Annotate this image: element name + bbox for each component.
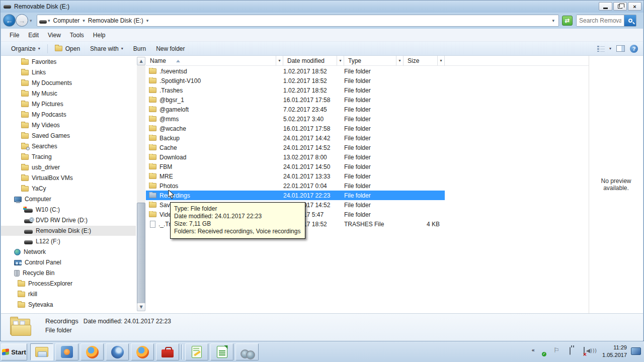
sidebar-item-sytevaka[interactable]: Sytevaka bbox=[1, 300, 136, 310]
taskbar-button-spheres-app[interactable] bbox=[235, 343, 259, 360]
column-header-type[interactable]: Type▾ bbox=[344, 56, 404, 66]
sidebar-item-links[interactable]: Links bbox=[1, 67, 136, 77]
close-button[interactable]: × bbox=[628, 2, 641, 11]
column-header-date-modified[interactable]: Date modified▾ bbox=[283, 56, 344, 66]
column-filter-dropdown[interactable]: ▾ bbox=[276, 56, 283, 65]
sidebar-item-computer[interactable]: Computer bbox=[1, 194, 136, 204]
taskbar-button-toolbox-app[interactable] bbox=[156, 343, 179, 360]
table-row[interactable]: .fseventsd1.02.2017 18:52File folder bbox=[146, 66, 445, 76]
sidebar-item-processexplorer[interactable]: ProcessExplorer bbox=[1, 279, 136, 289]
title-bar[interactable]: Removable Disk (E:) × bbox=[1, 1, 643, 13]
sidebar-item-my-documents[interactable]: My Documents bbox=[1, 78, 136, 88]
column-header-name[interactable]: Name▾ bbox=[146, 56, 283, 66]
breadcrumb[interactable]: ▾Computer▾Removable Disk (E:)▾▾ bbox=[37, 15, 559, 27]
table-row[interactable]: Recordings24.01.2017 22:23File folder bbox=[146, 191, 445, 200]
sidebar-item-rkill[interactable]: rkill bbox=[1, 289, 136, 299]
table-row[interactable]: @mms5.02.2017 3:40File folder bbox=[146, 114, 445, 124]
column-filter-dropdown[interactable]: ▾ bbox=[437, 56, 444, 65]
file-type-cell: File folder bbox=[344, 68, 404, 75]
table-row[interactable]: .Spotlight-V1001.02.2017 18:52File folde… bbox=[146, 76, 445, 85]
power-icon[interactable] bbox=[570, 347, 571, 355]
views-button[interactable]: ▾ bbox=[597, 45, 611, 52]
sidebar-item-usb-driver[interactable]: usb_driver bbox=[1, 162, 136, 172]
tree-scrollbar[interactable]: ▲ ▼ bbox=[137, 57, 145, 311]
menu-item-help[interactable]: Help bbox=[89, 30, 110, 40]
sidebar-item-favorites[interactable]: ★Favorites bbox=[1, 57, 136, 67]
taskbar-button-firefox[interactable] bbox=[80, 343, 104, 360]
network-status-icon[interactable] bbox=[584, 347, 585, 355]
toolbar-button-new-folder[interactable]: New folder bbox=[151, 43, 190, 54]
sidebar-item-saved-games[interactable]: Saved Games bbox=[1, 131, 136, 141]
table-row[interactable]: Download13.02.2017 8:00File folder bbox=[146, 152, 445, 162]
menu-item-view[interactable]: View bbox=[43, 30, 65, 40]
restore-button[interactable] bbox=[613, 2, 627, 11]
breadcrumb-segment[interactable]: Removable Disk (E:) bbox=[88, 17, 143, 24]
taskbar-button-firefox-2[interactable] bbox=[131, 343, 154, 360]
firefox-icon bbox=[86, 346, 99, 358]
sidebar-item-virtualbox-vms[interactable]: VirtualBox VMs bbox=[1, 173, 136, 183]
toolbar-button-open[interactable]: Open bbox=[50, 43, 85, 54]
taskbar-button-windows-media-player[interactable] bbox=[55, 343, 78, 360]
sidebar-item-my-music[interactable]: My Music bbox=[1, 88, 136, 99]
taskbar-button-seamonkey[interactable] bbox=[106, 343, 129, 360]
preview-pane-button[interactable] bbox=[616, 45, 625, 52]
folder-icon bbox=[149, 116, 156, 122]
table-row[interactable]: @gameloft7.02.2017 23:45File folder bbox=[146, 105, 445, 114]
table-row[interactable]: @wcache16.01.2017 17:58File folder bbox=[146, 124, 445, 133]
table-row[interactable]: Photos22.01.2017 0:04File folder bbox=[146, 181, 445, 191]
table-row[interactable]: Cache24.01.2017 14:52File folder bbox=[146, 143, 445, 152]
start-button[interactable]: Start bbox=[1, 343, 27, 360]
refresh-button[interactable]: ⇄ bbox=[562, 16, 573, 26]
menu-item-edit[interactable]: Edit bbox=[24, 30, 43, 40]
scroll-down-button[interactable]: ▼ bbox=[137, 303, 145, 311]
show-desktop-icon[interactable] bbox=[631, 347, 641, 355]
toolbar-button-share-with[interactable]: Share with▾ bbox=[85, 43, 128, 54]
sidebar-item-searches[interactable]: Searches bbox=[1, 141, 136, 151]
sidebar-item-network[interactable]: Network bbox=[1, 247, 136, 257]
table-row[interactable]: .Trashes1.02.2017 18:52File folder bbox=[146, 85, 445, 95]
menu-item-tools[interactable]: Tools bbox=[65, 30, 89, 40]
taskbar-button-notepad-plus-plus[interactable] bbox=[185, 343, 208, 360]
sidebar-item-dvd-rw-drive-d-[interactable]: DVD RW Drive (D:) bbox=[1, 215, 136, 225]
sidebar-item-l122-f-[interactable]: L122 (F:) bbox=[1, 236, 136, 246]
breadcrumb-segment[interactable]: Computer bbox=[53, 17, 80, 24]
help-button[interactable]: ? bbox=[630, 45, 638, 53]
scroll-up-button[interactable]: ▲ bbox=[137, 57, 145, 65]
taskbar-button-libreoffice-calc[interactable] bbox=[210, 343, 233, 360]
menu-item-file[interactable]: File bbox=[5, 30, 24, 40]
minimize-button[interactable] bbox=[599, 2, 612, 11]
table-row[interactable]: Backup24.01.2017 14:42File folder bbox=[146, 133, 445, 143]
hidden-icons-chevron[interactable]: « bbox=[532, 347, 534, 353]
forward-button[interactable]: → bbox=[16, 14, 28, 27]
sidebar-item-my-videos[interactable]: My Videos bbox=[1, 120, 136, 130]
recent-pages-dropdown[interactable]: ▾ bbox=[30, 18, 32, 23]
table-row[interactable]: MRE24.01.2017 13:33File folder bbox=[146, 171, 445, 181]
column-filter-dropdown[interactable]: ▾ bbox=[396, 56, 403, 65]
sidebar-item-my-pictures[interactable]: My Pictures bbox=[1, 99, 136, 109]
clock-date: 1.05.2017 bbox=[602, 351, 627, 359]
address-history-dropdown[interactable]: ▾ bbox=[550, 18, 556, 23]
sidebar-item-yacy[interactable]: YaCy bbox=[1, 184, 136, 194]
sidebar-item-control-panel[interactable]: Control Panel bbox=[1, 257, 136, 267]
sidebar-item-recycle-bin[interactable]: Recycle Bin bbox=[1, 268, 136, 278]
sidebar-item-w10-c-[interactable]: W10 (C:) bbox=[1, 205, 136, 215]
search-input[interactable] bbox=[577, 15, 624, 26]
computer-icon bbox=[14, 197, 22, 202]
taskbar-button-windows-explorer[interactable] bbox=[30, 343, 53, 360]
search-button[interactable] bbox=[624, 15, 636, 26]
column-filter-dropdown[interactable]: ▾ bbox=[337, 56, 344, 65]
scrollbar-thumb[interactable] bbox=[137, 203, 145, 308]
toolbar-button-burn[interactable]: Burn bbox=[128, 43, 151, 54]
sidebar-item-my-podcasts[interactable]: My Podcasts bbox=[1, 110, 136, 120]
back-button[interactable]: ← bbox=[3, 14, 16, 27]
column-header-size[interactable]: Size▾ bbox=[404, 56, 445, 66]
sidebar-item-removable-disk-e-[interactable]: Removable Disk (E:) bbox=[1, 226, 136, 236]
sidebar-item-tracing[interactable]: Tracing bbox=[1, 152, 136, 162]
taskbar-clock[interactable]: 11:29 1.05.2017 bbox=[602, 344, 627, 359]
table-row[interactable]: FBM24.01.2017 14:50File folder bbox=[146, 162, 445, 171]
action-center-flag-icon[interactable]: ⚐ bbox=[553, 346, 559, 354]
volume-icon[interactable]: ◀))) bbox=[586, 347, 597, 354]
file-type-cell: File folder bbox=[344, 163, 404, 170]
table-row[interactable]: @bgsr_116.01.2017 17:58File folder bbox=[146, 95, 445, 105]
toolbar-button-organize[interactable]: Organize▾ bbox=[6, 43, 45, 54]
